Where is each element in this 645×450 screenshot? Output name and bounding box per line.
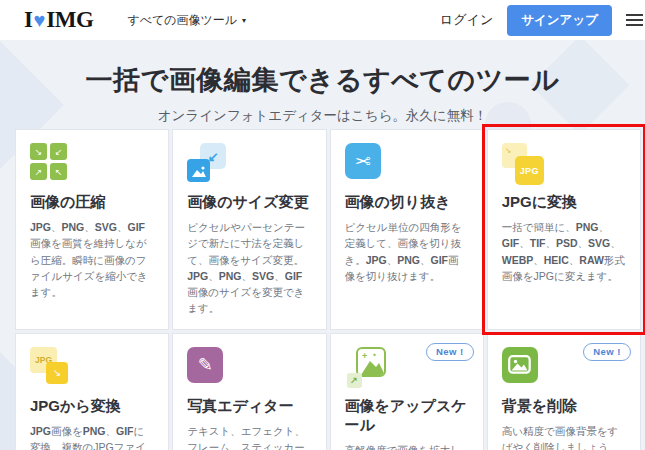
tool-description: JPG、PNG、SVG、GIF画像を画質を維持しながら圧縮。瞬時に画像のファイル… xyxy=(30,219,154,300)
top-navbar: I ♥ IMG すべての画像ツール ▾ ログイン サインアップ xyxy=(0,0,645,40)
tool-card-crop-image[interactable]: ✂ 画像の切り抜き ピクセル単位の四角形を定義して、画像を切り抜き。JPG、PN… xyxy=(330,129,484,330)
page-title: 一括で画像編集できるすべてのツール xyxy=(0,62,645,98)
svg-text:✦: ✦ xyxy=(372,352,377,358)
heart-icon: ♥ xyxy=(33,10,45,30)
logo-text-i: I xyxy=(24,7,32,33)
tool-title: 画像をアップスケール xyxy=(345,397,469,435)
resize-image-icon: ↙ xyxy=(187,143,311,189)
convert-from-jpg-icon: JPG↘ xyxy=(30,347,154,393)
tool-description: ピクセル単位の四角形を定義して、画像を切り抜き。JPG、PNG、GIF画像を切り… xyxy=(345,219,469,284)
tool-card-upscale-image[interactable]: New ! +✦↗ 画像をアップスケール 高解像度で画像を拡大しましょう。画質を… xyxy=(330,333,484,450)
tool-title: 写真エディター xyxy=(187,397,311,416)
convert-to-jpg-icon: ↘JPG xyxy=(502,143,626,189)
all-image-tools-menu[interactable]: すべての画像ツール ▾ xyxy=(127,12,246,29)
tool-title: 画像のサイズ変更 xyxy=(187,193,311,212)
page-subtitle: オンラインフォトエディターはこちら。永久に無料！ xyxy=(0,107,645,125)
tool-description: 高解像度で画像を拡大しましょう。画質を維持しながら、JPGやPNG画像のサイズを… xyxy=(345,442,469,450)
tool-card-resize-image[interactable]: ↙ 画像のサイズ変更 ピクセルやパーセンテージで新たに寸法を定義して、画像をサイ… xyxy=(172,129,326,330)
tool-card-grid: ↘↙↗↖ 画像の圧縮 JPG、PNG、SVG、GIF画像を画質を維持しながら圧縮… xyxy=(15,129,641,450)
hamburger-menu-icon[interactable] xyxy=(626,11,643,29)
scissors-icon: ✂ xyxy=(345,143,469,189)
tool-card-photo-editor[interactable]: ✎ 写真エディター テキスト、エフェクト、フレーム、スティッカーで写真に趣を添え… xyxy=(172,333,326,450)
remove-background-icon xyxy=(502,347,626,393)
tools-section: 一括で画像編集できるすべてのツール オンラインフォトエディターはこちら。永久に無… xyxy=(0,40,645,450)
logo-text-img: IMG xyxy=(46,7,93,33)
tool-description: 一括で簡単に、PNG、GIF、TIF、PSD、SVG、WEBP、HEIC、RAW… xyxy=(502,219,626,284)
tool-title: 画像の切り抜き xyxy=(345,193,469,212)
tool-description: ピクセルやパーセンテージで新たに寸法を定義して、画像をサイズ変更。JPG、PNG… xyxy=(187,219,311,317)
site-logo[interactable]: I ♥ IMG xyxy=(24,7,93,33)
tool-title: 画像の圧縮 xyxy=(30,193,154,212)
tool-title: JPGから変換 xyxy=(30,397,154,416)
tool-card-remove-background[interactable]: New ! 背景を削除 高い精度で画像背景をすばやく削除しましょう。オブジェクト… xyxy=(487,333,641,450)
tool-title: 背景を削除 xyxy=(502,397,626,416)
tool-title: JPGに変換 xyxy=(502,193,626,212)
pencil-icon: ✎ xyxy=(187,347,311,393)
tool-description: JPG画像をPNG、GIFに変換。複数のJPGファイルを選択して、アニメーション… xyxy=(30,423,154,450)
compress-arrows-icon: ↘↙↗↖ xyxy=(30,143,154,189)
tool-card-compress-image[interactable]: ↘↙↗↖ 画像の圧縮 JPG、PNG、SVG、GIF画像を画質を維持しながら圧縮… xyxy=(15,129,169,330)
upscale-image-icon: +✦↗ xyxy=(345,347,469,393)
chevron-down-icon: ▾ xyxy=(242,16,246,25)
login-link[interactable]: ログイン xyxy=(440,11,493,29)
tool-card-convert-to-jpg[interactable]: ↘JPG JPGに変換 一括で簡単に、PNG、GIF、TIF、PSD、SVG、W… xyxy=(487,129,641,330)
tool-description: テキスト、エフェクト、フレーム、スティッカーで写真に趣を添えます。画像のニーズに… xyxy=(187,423,311,450)
all-image-tools-label: すべての画像ツール xyxy=(127,12,237,29)
svg-text:+: + xyxy=(362,351,367,361)
tool-card-convert-from-jpg[interactable]: JPG↘ JPGから変換 JPG画像をPNG、GIFに変換。複数のJPGファイル… xyxy=(15,333,169,450)
hero: 一括で画像編集できるすべてのツール オンラインフォトエディターはこちら。永久に無… xyxy=(0,40,645,125)
signup-button[interactable]: サインアップ xyxy=(507,5,612,36)
tool-description: 高い精度で画像背景をすばやく削除しましょう。オブジェクトを即座に検出して、簡単に… xyxy=(502,423,626,450)
